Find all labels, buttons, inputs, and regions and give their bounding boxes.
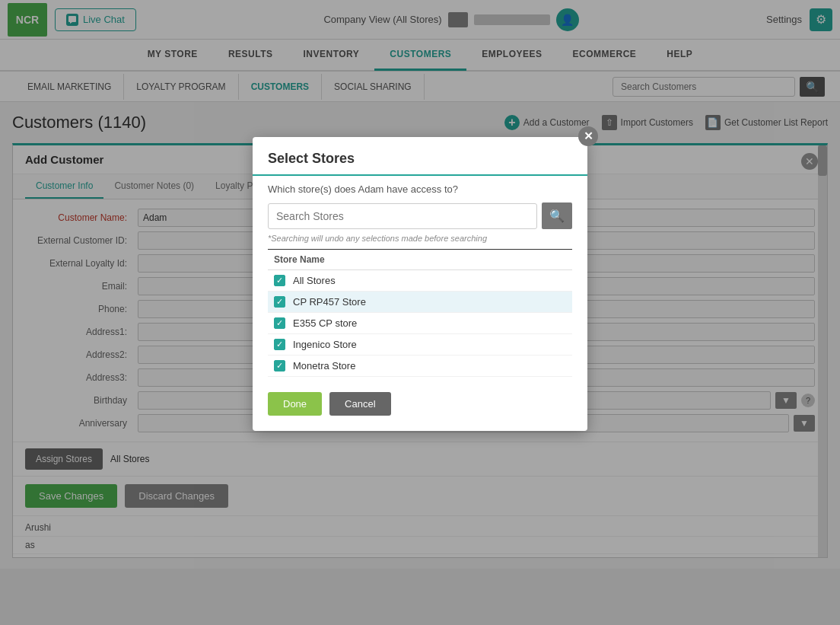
modal-subtitle: Which store(s) does Adam have access to? [253, 183, 587, 202]
store-row-all-stores[interactable]: ✓ All Stores [268, 270, 572, 292]
modal-search-input[interactable] [268, 203, 537, 229]
store-name-ingenico: Ingenico Store [293, 339, 357, 350]
store-checkbox-cp-rp457[interactable]: ✓ [274, 296, 285, 308]
select-stores-modal: ✕ Select Stores Which store(s) does Adam… [253, 137, 587, 431]
modal-footer: Done Cancel [253, 377, 587, 431]
store-row-monetra[interactable]: ✓ Monetra Store [268, 356, 572, 377]
modal-table-header: Store Name [268, 250, 572, 270]
modal-close-button[interactable]: ✕ [578, 126, 598, 146]
modal-cancel-button[interactable]: Cancel [329, 392, 390, 416]
store-name-all-stores: All Stores [293, 275, 336, 286]
store-checkbox-monetra[interactable]: ✓ [274, 360, 285, 371]
store-checkbox-all-stores[interactable]: ✓ [274, 275, 285, 286]
store-row-cp-rp457[interactable]: ✓ CP RP457 Store [268, 292, 572, 313]
modal-stores-table: Store Name ✓ All Stores ✓ CP RP457 Store… [268, 249, 572, 377]
store-row-e355-cp[interactable]: ✓ E355 CP store [268, 313, 572, 334]
store-checkbox-ingenico[interactable]: ✓ [274, 339, 285, 350]
store-name-e355-cp: E355 CP store [293, 317, 357, 329]
modal-search-row: 🔍 [253, 202, 587, 234]
store-name-cp-rp457: CP RP457 Store [293, 296, 366, 308]
store-name-column-header: Store Name [274, 254, 325, 265]
modal-title: Select Stores [253, 137, 587, 176]
modal-search-button[interactable]: 🔍 [542, 202, 572, 229]
modal-overlay: ✕ Select Stores Which store(s) does Adam… [0, 0, 840, 625]
store-name-monetra: Monetra Store [293, 360, 355, 371]
store-checkbox-e355-cp[interactable]: ✓ [274, 317, 285, 329]
modal-search-hint: *Searching will undo any selections made… [253, 234, 587, 249]
store-row-ingenico[interactable]: ✓ Ingenico Store [268, 334, 572, 356]
modal-done-button[interactable]: Done [268, 392, 322, 416]
